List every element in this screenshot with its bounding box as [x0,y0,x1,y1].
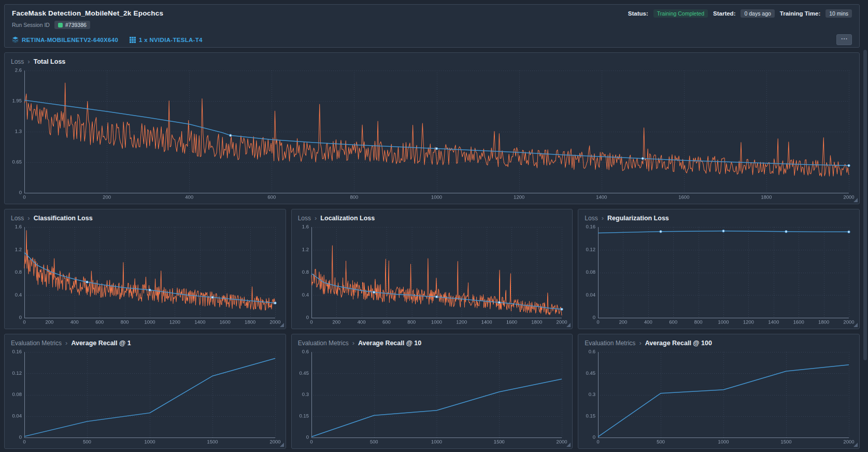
breadcrumb-group[interactable]: Loss [585,215,597,222]
chart-panel-average-recall-10: Evaluation Metrics › Average Recall @ 10 [291,334,573,449]
run-header: FaceMask Detection_MobileNet_2k Epochcs … [4,4,860,48]
run-session-badge: #739386 [54,21,90,29]
chart-title: Average Recall @ 10 [358,340,421,347]
breadcrumb: Evaluation Metrics › Average Recall @ 10 [292,334,573,347]
average-recall-100-chart[interactable] [579,348,855,447]
resize-handle[interactable] [566,323,571,327]
chevron-right-icon: › [602,214,604,222]
chevron-right-icon: › [65,339,67,347]
resize-handle[interactable] [853,323,858,327]
breadcrumb-group[interactable]: Loss [11,58,24,65]
session-color-icon [58,23,63,27]
started-label: Started: [713,10,735,17]
breadcrumb: Loss › Classification Loss [5,209,286,222]
chart-panel-classification-loss: Loss › Classification Loss [4,209,286,329]
breadcrumb: Evaluation Metrics › Average Recall @ 1 [5,334,286,347]
layers-icon [12,36,19,43]
breadcrumb-group[interactable]: Evaluation Metrics [585,340,635,347]
resize-handle[interactable] [566,443,571,447]
breadcrumb-group[interactable]: Evaluation Metrics [11,340,62,347]
chart-title: Average Recall @ 1 [71,340,131,347]
scrollbar-thumb[interactable] [863,50,867,360]
breadcrumb: Loss › Regularization Loss [578,209,859,222]
chart-panel-regularization-loss: Loss › Regularization Loss [578,209,860,329]
chart-panel-localization-loss: Loss › Localization Loss [291,209,573,329]
scrollbar[interactable] [863,50,867,448]
resize-handle[interactable] [853,198,858,202]
architecture-link-label: RETINA-MOBILENETV2-640X640 [22,37,118,43]
chevron-right-icon: › [639,339,641,347]
run-title: FaceMask Detection_MobileNet_2k Epochcs [12,9,163,17]
chart-panel-average-recall-100: Evaluation Metrics › Average Recall @ 10… [578,334,860,449]
chart-title: Regularization Loss [607,215,669,222]
chevron-right-icon: › [352,339,354,347]
average-recall-10-chart[interactable] [293,348,568,447]
started-badge: 0 days ago [741,9,774,18]
run-session-id: #739386 [65,22,87,28]
chart-title: Classification Loss [34,215,93,222]
total-loss-chart[interactable] [6,67,855,202]
resize-handle[interactable] [280,443,284,447]
more-options-button[interactable]: ⋯ [836,34,852,45]
architecture-link[interactable]: RETINA-MOBILENETV2-640X640 [12,36,118,43]
breadcrumb-group[interactable]: Loss [11,215,24,222]
resize-handle[interactable] [280,323,284,327]
breadcrumb: Evaluation Metrics › Average Recall @ 10… [578,334,859,347]
chevron-right-icon: › [315,214,317,222]
chart-title: Total Loss [34,58,66,65]
chart-panel-average-recall-1: Evaluation Metrics › Average Recall @ 1 [4,334,286,449]
training-time-badge: 10 mins [826,9,852,18]
regularization-loss-chart[interactable] [579,223,855,327]
status-bar: Status: Training Completed Started: 0 da… [628,9,852,18]
status-label: Status: [628,10,648,17]
breadcrumb-group[interactable]: Evaluation Metrics [298,340,349,347]
gpu-link-label: 1 x NVIDIA-TESLA-T4 [139,37,203,43]
breadcrumb: Loss › Localization Loss [292,209,573,222]
classification-loss-chart[interactable] [6,223,281,327]
chart-title: Localization Loss [320,215,375,222]
average-recall-1-chart[interactable] [6,348,281,447]
grid-icon [130,37,136,43]
breadcrumb-group[interactable]: Loss [298,215,311,222]
chevron-right-icon: › [27,214,30,222]
breadcrumb: Loss › Total Loss [5,53,859,66]
chart-title: Average Recall @ 100 [645,340,712,347]
chevron-right-icon: › [27,58,30,65]
gpu-link[interactable]: 1 x NVIDIA-TESLA-T4 [130,37,203,43]
chart-panel-total-loss: Loss › Total Loss [4,52,860,204]
training-time-label: Training Time: [780,10,820,17]
status-badge: Training Completed [653,9,708,18]
resize-handle[interactable] [853,443,858,447]
run-session-label: Run Session ID [12,22,50,28]
localization-loss-chart[interactable] [293,223,568,327]
